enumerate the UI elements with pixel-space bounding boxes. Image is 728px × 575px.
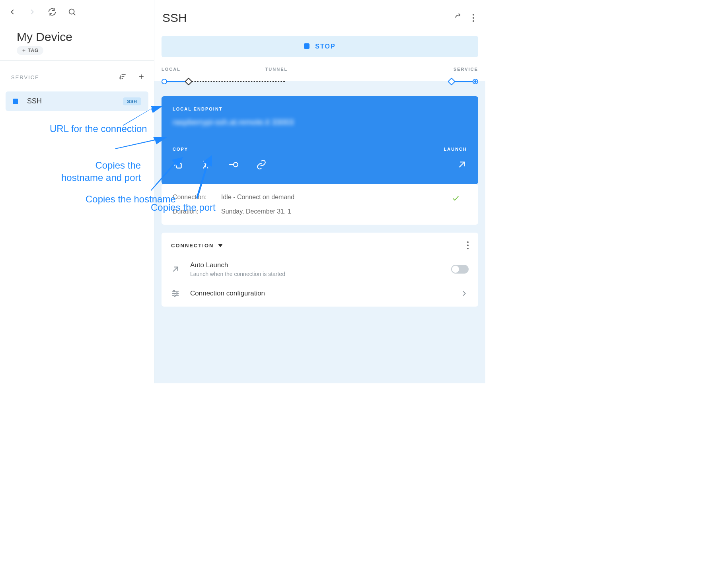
- settings-icon: [171, 289, 180, 298]
- annotation-copy-both: Copies the hostname and port: [61, 159, 141, 184]
- svg-point-21: [174, 295, 175, 297]
- launch-arrow-icon: [171, 265, 180, 274]
- svg-marker-23: [115, 137, 167, 149]
- svg-line-15: [173, 267, 178, 272]
- more-menu-icon[interactable]: [473, 14, 474, 22]
- svg-marker-14: [218, 244, 222, 247]
- svg-point-20: [176, 293, 178, 294]
- endpoint-value[interactable]: raspberrypi-ssh.at.remote.it 33003: [173, 118, 467, 127]
- service-heading: SERVICE: [11, 74, 39, 80]
- share-icon[interactable]: [454, 13, 462, 23]
- svg-line-1: [74, 14, 76, 16]
- page-title: SSH: [162, 11, 187, 25]
- svg-point-11: [234, 163, 238, 167]
- svg-marker-22: [123, 106, 163, 126]
- auto-launch-row[interactable]: Auto Launch Launch when the connection i…: [171, 261, 469, 277]
- svg-line-13: [459, 162, 465, 167]
- connection-more-icon[interactable]: [467, 241, 469, 249]
- annotation-copy-port: Copies the port: [151, 201, 216, 214]
- connection-config-row[interactable]: Connection configuration: [171, 289, 469, 298]
- sort-icon[interactable]: [119, 73, 127, 82]
- arrow-icon: [189, 155, 217, 199]
- svg-marker-25: [196, 155, 212, 199]
- svg-marker-24: [151, 157, 183, 191]
- search-icon[interactable]: [68, 8, 76, 18]
- service-name: SSH: [27, 97, 114, 105]
- arrow-icon: [123, 106, 163, 128]
- chevron-right-icon: [460, 289, 469, 298]
- copy-port-icon[interactable]: [228, 159, 239, 171]
- connection-value: Idle - Connect on demand: [221, 194, 446, 202]
- copy-link-icon[interactable]: [256, 159, 267, 171]
- svg-point-19: [173, 291, 175, 292]
- connection-heading[interactable]: CONNECTION: [171, 243, 222, 249]
- device-title: My Device: [17, 30, 154, 44]
- forward-icon: [28, 8, 37, 18]
- service-type-badge: SSH: [123, 97, 141, 105]
- add-tag-button[interactable]: TAG: [17, 46, 43, 55]
- duration-value: Sunday, December 31, 1: [221, 208, 446, 215]
- refresh-icon[interactable]: [48, 8, 56, 18]
- chevron-down-icon: [218, 243, 222, 247]
- back-icon[interactable]: [8, 8, 17, 18]
- stop-button[interactable]: STOP: [162, 36, 478, 57]
- connection-path-diagram: LOCAL TUNNEL SERVICE: [162, 67, 478, 85]
- svg-point-0: [69, 9, 74, 14]
- auto-launch-toggle[interactable]: [451, 265, 469, 274]
- arrow-icon: [115, 137, 167, 153]
- status-indicator-icon: [13, 99, 18, 104]
- add-service-icon[interactable]: [137, 73, 145, 82]
- arrow-icon: [151, 157, 187, 193]
- launch-icon[interactable]: [457, 164, 467, 171]
- check-icon: [451, 194, 460, 202]
- toolbar: [0, 5, 154, 21]
- endpoint-label: LOCAL ENDPOINT: [173, 107, 467, 111]
